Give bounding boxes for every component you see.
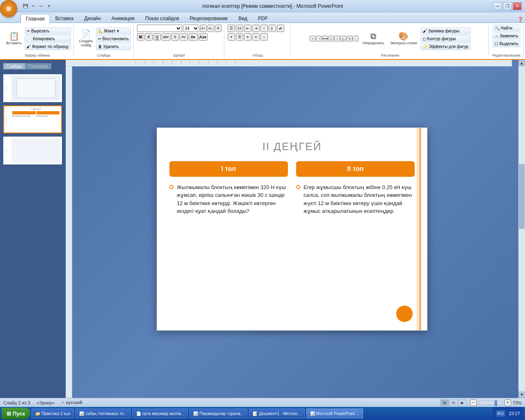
format-painter-btn[interactable]: 🖌 Формат по образцу [25, 43, 71, 50]
align-center-btn[interactable]: ☰ [236, 33, 243, 41]
shape3-btn[interactable]: △ [340, 36, 346, 41]
column-1-header[interactable]: I топ [169, 161, 288, 177]
column-2-header[interactable]: II топ [296, 161, 415, 177]
find-btn[interactable]: 🔍 Найти [493, 25, 520, 32]
increase-indent-btn[interactable]: ⇥ [252, 25, 260, 32]
taskbar-btn-5[interactable]: 📝 Документ1 - Microsо... [249, 409, 304, 418]
new-slide-btn[interactable]: 📄 Создатьслайд [77, 29, 95, 48]
rect-btn[interactable]: □ [328, 36, 334, 41]
clear-formatting[interactable]: ✕ [215, 25, 221, 32]
dbl-arrow-btn[interactable]: ⟷ [322, 36, 328, 41]
oval-btn[interactable]: ○ [334, 36, 340, 41]
highlight-btn[interactable]: Aa▾ [199, 33, 208, 41]
numbering-btn[interactable]: 1≡ [236, 25, 243, 32]
select-btn[interactable]: ☐ Выделить [493, 40, 520, 47]
restore-button[interactable]: ❐ [503, 2, 512, 10]
shape-outline-btn[interactable]: ◻ Контур фигуры [421, 35, 470, 42]
redo-btn[interactable]: ↪ [38, 3, 44, 9]
taskbar-btn-4[interactable]: 📊 Пирамидалар турала... [189, 409, 247, 418]
help-button[interactable]: ❓ [517, 17, 523, 23]
zoom-thumb[interactable] [495, 400, 497, 406]
tab-animaciya[interactable]: Анимация [106, 14, 140, 23]
vstavit-button[interactable]: 📋 Вставить [4, 31, 24, 46]
align-left-btn[interactable]: ≡ [228, 33, 235, 41]
slide-sorter-btn[interactable]: ⊟ [450, 399, 458, 406]
font-size-increase[interactable]: A↑ [200, 25, 207, 32]
replace-btn[interactable]: ↔ Заменить [493, 32, 520, 39]
main-area: Слайды Структура 1 2 ІІ ДЕҢГЕЙ [0, 60, 525, 398]
ribbon-tabs: Главная Вставка Дизайн Анимация Показ сл… [0, 12, 525, 23]
zoom-slider[interactable] [478, 401, 503, 405]
maket-btn[interactable]: 📐 Макет ▾ [96, 27, 131, 34]
zoom-control: − + 73% [470, 399, 522, 406]
font-selector[interactable] [137, 25, 182, 32]
text-direction-btn[interactable]: ↕ [260, 25, 268, 32]
decrease-indent-btn[interactable]: ⇤ [244, 25, 251, 32]
undo-btn[interactable]: ↩ [30, 3, 37, 9]
bold-btn[interactable]: Ж [137, 33, 144, 41]
taskbar-btn-6[interactable]: 📊 Microsoft PowerPoint ... [306, 409, 363, 418]
dropdown-quick-btn[interactable]: ▾ [46, 3, 52, 9]
shape-fill-btn[interactable]: 🖌 Заливка фигуры [421, 27, 470, 34]
strikethrough-btn[interactable]: abc [162, 33, 171, 41]
align-right-btn[interactable]: ≡ [244, 33, 251, 41]
shadow-btn[interactable]: S [171, 33, 179, 41]
bullet-1 [169, 185, 173, 189]
taskbar-btn-1[interactable]: 📁 Практика 2 күн [32, 409, 74, 418]
language-indicator[interactable]: ✔ русский [61, 400, 82, 405]
font-size-selector[interactable]: 24 [183, 25, 199, 32]
line-spacing-btn[interactable]: ↕ [260, 33, 268, 41]
tab-vid[interactable]: Вид [233, 14, 253, 23]
scroll-thumb[interactable] [519, 164, 525, 229]
slide-count: Слайд 2 из 3 [3, 400, 30, 405]
text-convert-btn[interactable]: ⇌ [277, 25, 284, 32]
font-size-decrease[interactable]: A↓ [208, 25, 214, 32]
arrow-btn[interactable]: → [316, 36, 322, 41]
taskbar-lang[interactable]: RU [496, 410, 506, 417]
tab-recenzirovanie[interactable]: Рецензирование [185, 14, 233, 23]
spacing-btn[interactable]: AV [180, 33, 188, 41]
zoom-out-btn[interactable]: − [470, 399, 477, 406]
copy-btn[interactable]: 📄 Копировать [25, 35, 71, 42]
office-button[interactable]: ⊞ [0, 0, 17, 17]
tab-pdf[interactable]: PDF [253, 14, 273, 23]
italic-btn[interactable]: К [145, 33, 153, 41]
slide[interactable]: ІІ ДЕҢГЕЙ I топ Жылжымалы блоктың көмегі… [157, 128, 427, 331]
font-color-btn[interactable]: A▾ [189, 33, 198, 41]
tab-dizajn[interactable]: Дизайн [79, 14, 106, 23]
slide-canvas[interactable]: ||| ||| ||| ||| ІІ ДЕҢГЕЙ I топ Жылжымал… [66, 60, 518, 398]
save-quick-btn[interactable]: 💾 [22, 3, 29, 9]
columns-btn[interactable]: ⫿ [269, 25, 276, 32]
justify-btn[interactable]: ≡ [252, 33, 260, 41]
normal-view-btn[interactable]: ⊞ [441, 399, 449, 406]
slides-tab[interactable]: Слайды [3, 63, 25, 69]
slide-thumb-1[interactable]: 1 [3, 74, 62, 102]
tab-pokaz-slajdov[interactable]: Показ слайдов [140, 14, 185, 23]
shapes-more-btn[interactable]: ⋯ [353, 36, 358, 41]
curve-btn[interactable]: ∿ [347, 36, 352, 41]
minimize-button[interactable]: — [493, 2, 502, 10]
underline-btn[interactable]: Ч [153, 33, 161, 41]
bullets-btn[interactable]: ☰ [228, 25, 235, 32]
vosstanovit-btn[interactable]: ↩ Восстановить [96, 35, 131, 42]
taskbar-btn-3[interactable]: 📄 орта мерзімді жоспа... [132, 409, 188, 418]
tab-glavnaya[interactable]: Главная [21, 14, 50, 23]
scroll-up-arrow[interactable]: ▲ [518, 60, 525, 66]
slide-show-btn[interactable]: ▶ [459, 399, 467, 406]
quick-styles-btn[interactable]: 🎨 Экспресс-стили [388, 31, 419, 46]
close-button[interactable]: ✕ [513, 2, 522, 10]
zoom-in-btn[interactable]: + [504, 399, 511, 406]
arrange-btn[interactable]: ⧉ Упорядочить [360, 31, 386, 46]
shape-effects-btn[interactable]: ✨ Эффекты для фигур [421, 43, 470, 50]
scroll-down-arrow[interactable]: ▼ [518, 391, 525, 398]
slide-thumb-2[interactable]: 2 ІІ ДЕҢГЕЙ Жылжымалы блоктың... Егер жұ… [3, 105, 62, 133]
scroll-track[interactable] [518, 66, 525, 391]
line-btn[interactable]: \ [310, 36, 315, 41]
cut-btn[interactable]: ✂ Вырезать [25, 27, 71, 34]
udalit-btn[interactable]: 🗑 Удалить [96, 43, 131, 50]
slide-thumb-3[interactable]: 3 [3, 137, 62, 164]
taskbar-btn-2[interactable]: 📊 сабақ топтамасы то... [75, 409, 131, 418]
tab-vstavka[interactable]: Вставка [50, 14, 79, 23]
structure-tab[interactable]: Структура [25, 63, 51, 69]
start-button[interactable]: ⊞ Пуск [2, 408, 30, 419]
